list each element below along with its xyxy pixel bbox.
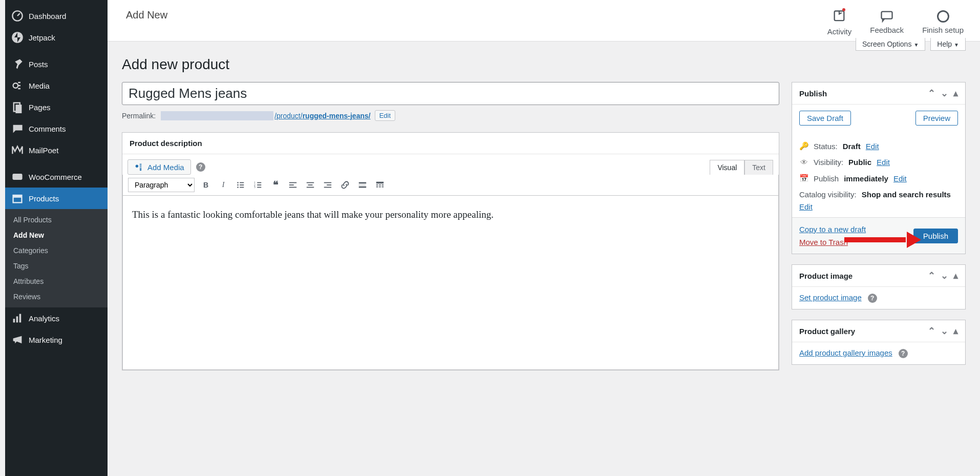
svg-rect-29 bbox=[289, 187, 296, 188]
move-up-icon[interactable]: ⌃ bbox=[928, 326, 935, 336]
publish-button[interactable]: Publish bbox=[913, 229, 958, 243]
menu-products[interactable]: Products bbox=[5, 188, 108, 209]
activity-button[interactable]: Activity bbox=[827, 9, 852, 36]
svg-point-2 bbox=[13, 83, 18, 88]
comments-icon bbox=[11, 122, 24, 135]
numbered-list-button[interactable]: 123 bbox=[252, 179, 264, 191]
permalink-edit-button[interactable]: Edit bbox=[375, 110, 395, 121]
submenu-tags[interactable]: Tags bbox=[5, 258, 108, 274]
svg-rect-27 bbox=[289, 182, 296, 183]
copy-draft-link[interactable]: Copy to a new draft bbox=[799, 225, 866, 234]
editor-content[interactable]: This is a fantastic looking comfortable … bbox=[122, 196, 779, 370]
permalink-path[interactable]: /product/rugged-mens-jeans/ bbox=[274, 112, 371, 120]
italic-button[interactable]: I bbox=[217, 179, 229, 191]
edit-publish-date-link[interactable]: Edit bbox=[893, 174, 907, 183]
add-gallery-images-link[interactable]: Add product gallery images bbox=[799, 348, 892, 357]
menu-analytics[interactable]: Analytics bbox=[5, 307, 108, 329]
menu-pages[interactable]: Pages bbox=[5, 96, 108, 118]
submenu-add-new[interactable]: Add New bbox=[5, 227, 108, 243]
svg-text:3: 3 bbox=[254, 185, 255, 189]
analytics-icon bbox=[11, 312, 24, 324]
preview-button[interactable]: Preview bbox=[915, 111, 958, 126]
toolbar-toggle-button[interactable] bbox=[374, 179, 386, 191]
menu-label: Marketing bbox=[29, 336, 62, 344]
svg-rect-28 bbox=[289, 184, 294, 185]
menu-jetpack[interactable]: Jetpack bbox=[5, 27, 108, 48]
jetpack-icon bbox=[11, 31, 24, 44]
svg-rect-30 bbox=[307, 182, 314, 183]
submenu-attributes[interactable]: Attributes bbox=[5, 274, 108, 289]
collapse-icon[interactable]: ▴ bbox=[953, 271, 958, 280]
finish-setup-button[interactable]: Finish setup bbox=[922, 9, 964, 36]
menu-posts[interactable]: Posts bbox=[5, 53, 108, 75]
move-down-icon[interactable]: ⌄ bbox=[941, 271, 948, 280]
product-description-title: Product description bbox=[130, 139, 202, 148]
move-down-icon[interactable]: ⌄ bbox=[941, 326, 948, 336]
svg-point-15 bbox=[237, 182, 239, 183]
edit-status-link[interactable]: Edit bbox=[866, 142, 879, 151]
menu-mailpoet[interactable]: MailPoet bbox=[5, 139, 108, 161]
megaphone-icon bbox=[11, 334, 24, 346]
menu-dashboard[interactable]: Dashboard bbox=[5, 5, 108, 27]
svg-rect-8 bbox=[13, 319, 15, 322]
help-button[interactable]: Help▼ bbox=[930, 38, 966, 51]
text-tab[interactable]: Text bbox=[744, 160, 773, 175]
svg-rect-42 bbox=[376, 187, 378, 188]
svg-rect-24 bbox=[257, 184, 261, 185]
screen-options-button[interactable]: Screen Options▼ bbox=[856, 38, 925, 51]
products-icon bbox=[11, 192, 24, 204]
product-title-input[interactable] bbox=[122, 82, 779, 105]
bold-button[interactable]: B bbox=[200, 179, 212, 191]
help-icon[interactable]: ? bbox=[899, 349, 908, 358]
move-trash-link[interactable]: Move to Trash bbox=[799, 238, 866, 246]
edit-catalog-link[interactable]: Edit bbox=[799, 202, 813, 211]
svg-rect-36 bbox=[359, 182, 366, 184]
save-draft-button[interactable]: Save Draft bbox=[799, 111, 851, 126]
menu-marketing[interactable]: Marketing bbox=[5, 329, 108, 350]
move-down-icon[interactable]: ⌄ bbox=[941, 89, 948, 98]
edit-visibility-link[interactable]: Edit bbox=[877, 158, 890, 167]
align-right-button[interactable] bbox=[322, 179, 334, 191]
submenu-reviews[interactable]: Reviews bbox=[5, 289, 108, 304]
move-up-icon[interactable]: ⌃ bbox=[928, 271, 935, 280]
svg-rect-20 bbox=[240, 187, 244, 188]
add-media-button[interactable]: Add Media bbox=[127, 159, 191, 175]
feedback-button[interactable]: Feedback bbox=[870, 9, 904, 36]
svg-point-13 bbox=[938, 11, 948, 22]
menu-media[interactable]: Media bbox=[5, 75, 108, 96]
align-center-button[interactable] bbox=[304, 179, 316, 191]
svg-rect-16 bbox=[240, 182, 244, 183]
bullet-list-button[interactable] bbox=[235, 179, 247, 191]
move-up-icon[interactable]: ⌃ bbox=[928, 89, 935, 98]
mailpoet-icon bbox=[11, 144, 24, 156]
main-content: Add New Activity Feedback Finish setup bbox=[108, 0, 980, 476]
svg-rect-40 bbox=[379, 184, 381, 185]
menu-woocommerce[interactable]: WooCommerce bbox=[5, 166, 108, 188]
submenu-categories[interactable]: Categories bbox=[5, 243, 108, 258]
svg-rect-35 bbox=[324, 187, 331, 188]
set-product-image-link[interactable]: Set product image bbox=[799, 293, 862, 302]
svg-rect-31 bbox=[308, 184, 313, 185]
svg-rect-26 bbox=[257, 187, 261, 188]
permalink-row: Permalink: /product/rugged-mens-jeans/ E… bbox=[122, 105, 779, 132]
read-more-button[interactable] bbox=[356, 179, 369, 191]
quote-button[interactable]: ❝ bbox=[269, 179, 282, 191]
help-icon[interactable]: ? bbox=[196, 162, 205, 172]
menu-label: Media bbox=[29, 81, 50, 90]
align-left-button[interactable] bbox=[287, 179, 299, 191]
menu-label: Pages bbox=[29, 103, 51, 112]
link-button[interactable] bbox=[339, 179, 351, 191]
svg-rect-22 bbox=[257, 182, 261, 183]
submenu-all-products[interactable]: All Products bbox=[5, 212, 108, 227]
help-icon[interactable]: ? bbox=[868, 294, 877, 303]
visual-tab[interactable]: Visual bbox=[710, 160, 744, 175]
collapse-icon[interactable]: ▴ bbox=[953, 89, 958, 98]
admin-sidebar: Dashboard Jetpack Posts Media Pages Comm… bbox=[5, 0, 108, 476]
activity-label: Activity bbox=[827, 27, 852, 36]
media-icon bbox=[11, 79, 24, 92]
menu-comments[interactable]: Comments bbox=[5, 118, 108, 139]
product-description-box: Product description Add Media ? Visual bbox=[122, 132, 779, 370]
format-select[interactable]: Paragraph bbox=[128, 178, 195, 192]
collapse-icon[interactable]: ▴ bbox=[953, 326, 958, 336]
menu-label: WooCommerce bbox=[29, 173, 82, 181]
